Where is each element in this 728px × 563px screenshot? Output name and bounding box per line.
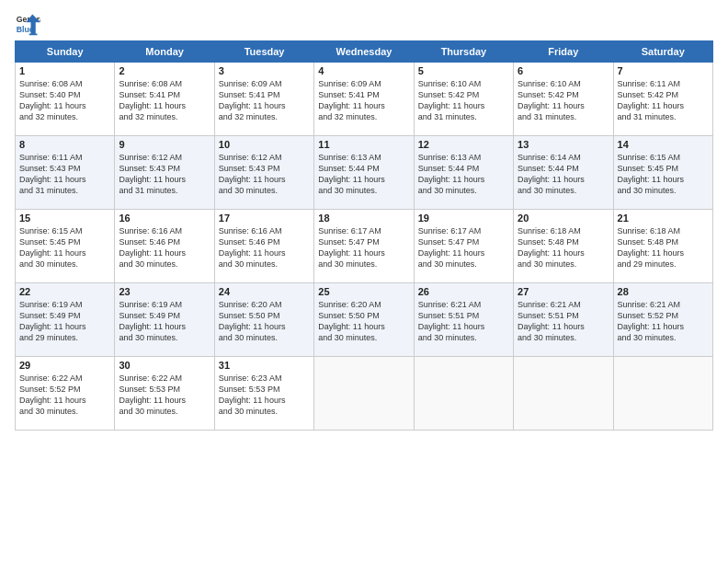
calendar-table: SundayMondayTuesdayWednesdayThursdayFrid… — [15, 40, 713, 431]
calendar-cell: 30Sunrise: 6:22 AMSunset: 5:53 PMDayligh… — [115, 357, 214, 431]
day-number: 13 — [518, 139, 609, 150]
calendar-cell: 19Sunrise: 6:17 AMSunset: 5:47 PMDayligh… — [414, 210, 513, 283]
cell-info: Sunrise: 6:18 AMSunset: 5:48 PMDaylight:… — [518, 225, 609, 270]
calendar-cell: 22Sunrise: 6:19 AMSunset: 5:49 PMDayligh… — [16, 283, 115, 357]
calendar-cell: 29Sunrise: 6:22 AMSunset: 5:52 PMDayligh… — [16, 357, 115, 431]
calendar-cell: 1Sunrise: 6:08 AMSunset: 5:40 PMDaylight… — [16, 63, 115, 136]
calendar-cell — [414, 357, 513, 431]
calendar-cell: 21Sunrise: 6:18 AMSunset: 5:48 PMDayligh… — [613, 210, 712, 283]
day-number: 24 — [219, 286, 310, 297]
cell-info: Sunrise: 6:19 AMSunset: 5:49 PMDaylight:… — [19, 299, 110, 344]
cell-info: Sunrise: 6:15 AMSunset: 5:45 PMDaylight:… — [19, 225, 110, 270]
day-header-tuesday: Tuesday — [214, 41, 313, 63]
calendar-cell: 25Sunrise: 6:20 AMSunset: 5:50 PMDayligh… — [314, 283, 414, 357]
cell-info: Sunrise: 6:08 AMSunset: 5:41 PMDaylight:… — [119, 78, 210, 123]
day-number: 17 — [219, 213, 310, 224]
calendar-cell: 13Sunrise: 6:14 AMSunset: 5:44 PMDayligh… — [514, 136, 613, 210]
cell-info: Sunrise: 6:16 AMSunset: 5:46 PMDaylight:… — [119, 225, 210, 270]
day-number: 1 — [19, 65, 110, 76]
day-number: 27 — [518, 286, 609, 297]
calendar-cell: 17Sunrise: 6:16 AMSunset: 5:46 PMDayligh… — [214, 210, 313, 283]
calendar-cell: 31Sunrise: 6:23 AMSunset: 5:53 PMDayligh… — [214, 357, 313, 431]
day-number: 22 — [19, 286, 110, 297]
calendar-cell: 9Sunrise: 6:12 AMSunset: 5:43 PMDaylight… — [115, 136, 214, 210]
calendar-week-row: 22Sunrise: 6:19 AMSunset: 5:49 PMDayligh… — [16, 283, 713, 357]
cell-info: Sunrise: 6:12 AMSunset: 5:43 PMDaylight:… — [219, 152, 310, 197]
calendar-cell: 7Sunrise: 6:11 AMSunset: 5:42 PMDaylight… — [613, 63, 712, 136]
day-number: 5 — [418, 65, 509, 76]
cell-info: Sunrise: 6:11 AMSunset: 5:42 PMDaylight:… — [618, 78, 709, 123]
day-number: 6 — [518, 65, 609, 76]
day-number: 10 — [219, 139, 310, 150]
day-number: 26 — [418, 286, 509, 297]
day-header-friday: Friday — [514, 41, 613, 63]
calendar-cell: 12Sunrise: 6:13 AMSunset: 5:44 PMDayligh… — [414, 136, 513, 210]
calendar-cell: 18Sunrise: 6:17 AMSunset: 5:47 PMDayligh… — [314, 210, 414, 283]
day-number: 4 — [318, 65, 409, 76]
cell-info: Sunrise: 6:10 AMSunset: 5:42 PMDaylight:… — [418, 78, 509, 123]
day-number: 14 — [618, 139, 709, 150]
cell-info: Sunrise: 6:21 AMSunset: 5:51 PMDaylight:… — [518, 299, 609, 344]
day-number: 9 — [119, 139, 210, 150]
calendar-cell: 4Sunrise: 6:09 AMSunset: 5:41 PMDaylight… — [314, 63, 414, 136]
calendar-cell: 23Sunrise: 6:19 AMSunset: 5:49 PMDayligh… — [115, 283, 214, 357]
cell-info: Sunrise: 6:10 AMSunset: 5:42 PMDaylight:… — [518, 78, 609, 123]
cell-info: Sunrise: 6:13 AMSunset: 5:44 PMDaylight:… — [318, 152, 409, 197]
calendar-cell: 16Sunrise: 6:16 AMSunset: 5:46 PMDayligh… — [115, 210, 214, 283]
calendar-cell: 27Sunrise: 6:21 AMSunset: 5:51 PMDayligh… — [514, 283, 613, 357]
day-number: 28 — [618, 286, 709, 297]
cell-info: Sunrise: 6:18 AMSunset: 5:48 PMDaylight:… — [618, 225, 709, 270]
calendar-cell: 14Sunrise: 6:15 AMSunset: 5:45 PMDayligh… — [613, 136, 712, 210]
day-number: 12 — [418, 139, 509, 150]
day-number: 18 — [318, 213, 409, 224]
calendar-cell: 8Sunrise: 6:11 AMSunset: 5:43 PMDaylight… — [16, 136, 115, 210]
day-number: 23 — [119, 286, 210, 297]
day-number: 31 — [219, 360, 310, 371]
calendar-cell: 24Sunrise: 6:20 AMSunset: 5:50 PMDayligh… — [214, 283, 313, 357]
calendar-week-row: 15Sunrise: 6:15 AMSunset: 5:45 PMDayligh… — [16, 210, 713, 283]
day-number: 19 — [418, 213, 509, 224]
calendar-week-row: 8Sunrise: 6:11 AMSunset: 5:43 PMDaylight… — [16, 136, 713, 210]
calendar-cell: 3Sunrise: 6:09 AMSunset: 5:41 PMDaylight… — [214, 63, 313, 136]
calendar-week-row: 1Sunrise: 6:08 AMSunset: 5:40 PMDaylight… — [16, 63, 713, 136]
day-header-wednesday: Wednesday — [314, 41, 414, 63]
cell-info: Sunrise: 6:20 AMSunset: 5:50 PMDaylight:… — [318, 299, 409, 344]
day-number: 30 — [119, 360, 210, 371]
day-number: 25 — [318, 286, 409, 297]
day-number: 15 — [19, 213, 110, 224]
cell-info: Sunrise: 6:16 AMSunset: 5:46 PMDaylight:… — [219, 225, 310, 270]
cell-info: Sunrise: 6:08 AMSunset: 5:40 PMDaylight:… — [19, 78, 110, 123]
cell-info: Sunrise: 6:22 AMSunset: 5:53 PMDaylight:… — [119, 373, 210, 418]
cell-info: Sunrise: 6:09 AMSunset: 5:41 PMDaylight:… — [219, 78, 310, 123]
day-number: 2 — [119, 65, 210, 76]
cell-info: Sunrise: 6:20 AMSunset: 5:50 PMDaylight:… — [219, 299, 310, 344]
cell-info: Sunrise: 6:23 AMSunset: 5:53 PMDaylight:… — [219, 373, 310, 418]
day-header-monday: Monday — [115, 41, 214, 63]
calendar-cell: 20Sunrise: 6:18 AMSunset: 5:48 PMDayligh… — [514, 210, 613, 283]
calendar-cell — [514, 357, 613, 431]
cell-info: Sunrise: 6:21 AMSunset: 5:52 PMDaylight:… — [618, 299, 709, 344]
cell-info: Sunrise: 6:09 AMSunset: 5:41 PMDaylight:… — [318, 78, 409, 123]
day-number: 8 — [19, 139, 110, 150]
day-number: 3 — [219, 65, 310, 76]
day-number: 16 — [119, 213, 210, 224]
day-number: 11 — [318, 139, 409, 150]
cell-info: Sunrise: 6:21 AMSunset: 5:51 PMDaylight:… — [418, 299, 509, 344]
calendar-header-row: SundayMondayTuesdayWednesdayThursdayFrid… — [16, 41, 713, 63]
calendar-cell: 10Sunrise: 6:12 AMSunset: 5:43 PMDayligh… — [214, 136, 313, 210]
calendar-week-row: 29Sunrise: 6:22 AMSunset: 5:52 PMDayligh… — [16, 357, 713, 431]
calendar-cell: 5Sunrise: 6:10 AMSunset: 5:42 PMDaylight… — [414, 63, 513, 136]
day-number: 29 — [19, 360, 110, 371]
page-header: General Blue — [15, 11, 713, 37]
day-number: 20 — [518, 213, 609, 224]
cell-info: Sunrise: 6:19 AMSunset: 5:49 PMDaylight:… — [119, 299, 210, 344]
day-header-sunday: Sunday — [16, 41, 115, 63]
cell-info: Sunrise: 6:14 AMSunset: 5:44 PMDaylight:… — [518, 152, 609, 197]
day-header-saturday: Saturday — [613, 41, 712, 63]
logo: General Blue — [15, 11, 44, 37]
calendar-cell: 28Sunrise: 6:21 AMSunset: 5:52 PMDayligh… — [613, 283, 712, 357]
calendar-cell: 6Sunrise: 6:10 AMSunset: 5:42 PMDaylight… — [514, 63, 613, 136]
cell-info: Sunrise: 6:13 AMSunset: 5:44 PMDaylight:… — [418, 152, 509, 197]
calendar-cell — [613, 357, 712, 431]
day-header-thursday: Thursday — [414, 41, 513, 63]
